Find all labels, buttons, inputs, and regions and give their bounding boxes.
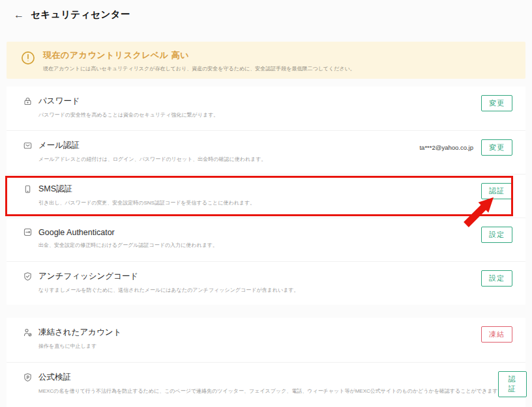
- shield-check-icon: [23, 272, 33, 281]
- risk-level-description: 現在アカウントには高いセキュリティリスクが存在しており、資産の安全を守るために、…: [43, 65, 355, 72]
- change-email-button[interactable]: 変更: [481, 139, 512, 156]
- lock-icon: [23, 96, 33, 106]
- mail-icon: [23, 141, 33, 150]
- row-title: パスワード: [38, 96, 80, 107]
- masked-email-value: ta***2@yahoo.co.jp: [419, 144, 473, 151]
- row-official-verification: 公式検証 MEXCの名を借りて行う不法行為を防止するために、このページで連絡先の…: [7, 362, 525, 406]
- row-description: MEXCの名を借りて行う不法行為を防止するために、このページで連絡先のツイッター…: [38, 387, 498, 395]
- row-description: なりすましメールを防ぐために、送信されたメールにはあなたのアンチフィッシングコー…: [38, 287, 299, 294]
- change-password-button[interactable]: 変更: [481, 95, 512, 111]
- back-icon[interactable]: ←: [14, 10, 24, 20]
- row-title: 公式検証: [38, 372, 71, 383]
- official-verify-button[interactable]: 認証: [498, 371, 527, 397]
- page-title: セキュリティセンター: [31, 8, 130, 21]
- account-actions-card: 凍結されたアカウント 操作を直ちに中止します 凍結 公式検証 MEXCの名を借り…: [7, 318, 525, 407]
- authenticator-icon: [23, 227, 33, 237]
- row-frozen-account: 凍結されたアカウント 操作を直ちに中止します 凍結: [7, 318, 525, 362]
- phone-icon: [23, 184, 33, 194]
- row-google-authenticator: Google Authenticator 出金、安全設定の修正時におけるグーグル…: [7, 218, 525, 261]
- row-sms-verification: SMS認証 引き出し、パスワードの変更、安全設定時のSNS認証コードを受信するこ…: [7, 174, 525, 218]
- risk-level-title: 現在のアカウントリスクレベル 高い: [43, 49, 355, 61]
- row-description: メールアドレスとの紐付けは、ログイン、パスワードのリセット、出金時の確認に使われ…: [38, 156, 266, 163]
- row-description: 引き出し、パスワードの変更、安全設定時のSNS認証コードを受信することに使われま…: [38, 199, 255, 206]
- row-email-verification: メール認証 メールアドレスとの紐付けは、ログイン、パスワードのリセット、出金時の…: [7, 130, 525, 174]
- warning-icon: [21, 51, 35, 72]
- setup-authenticator-button[interactable]: 設定: [481, 227, 512, 243]
- row-title: アンチフィッシングコード: [38, 271, 138, 282]
- shield-p-icon: [23, 372, 33, 382]
- risk-warning-banner: 現在のアカウントリスクレベル 高い 現在アカウントには高いセキュリティリスクが存…: [7, 42, 525, 79]
- freeze-account-button[interactable]: 凍結: [481, 326, 512, 343]
- row-description: 出金、安全設定の修正時におけるグーグル認証コードの入力に使われます。: [38, 242, 218, 249]
- verify-sms-button[interactable]: 認証: [481, 183, 512, 199]
- row-title: SMS認証: [38, 184, 72, 195]
- row-title: 凍結されたアカウント: [38, 327, 121, 338]
- row-anti-phishing-code: アンチフィッシングコード なりすましメールを防ぐために、送信されたメールにはあな…: [7, 261, 525, 305]
- row-password: パスワード パスワードの安全性を高めることは資金のセキュリティ強化に繋がります。…: [7, 87, 525, 130]
- row-title: Google Authenticator: [38, 228, 115, 237]
- row-title: メール認証: [38, 140, 80, 151]
- user-frozen-icon: [23, 328, 33, 337]
- page-header: ← セキュリティセンター: [14, 8, 130, 21]
- setup-anti-phishing-button[interactable]: 設定: [481, 270, 512, 287]
- row-description: 操作を直ちに中止します: [38, 343, 121, 350]
- security-settings-card: パスワード パスワードの安全性を高めることは資金のセキュリティ強化に繋がります。…: [7, 87, 525, 305]
- row-description: パスワードの安全性を高めることは資金のセキュリティ強化に繋がります。: [38, 111, 218, 119]
